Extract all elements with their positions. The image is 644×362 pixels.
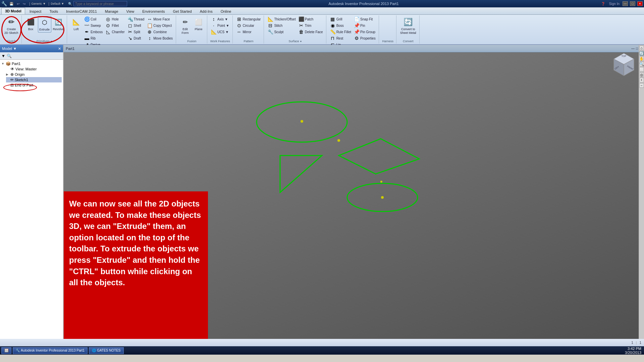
- thread-label: Thread: [134, 17, 145, 21]
- taskbar-inventor-btn[interactable]: 🔧 Autodesk Inventor Professional 2013 Pa…: [13, 347, 88, 354]
- coil-btn[interactable]: 🌀 Coil: [83, 16, 104, 22]
- tab-getstarted[interactable]: Get Started: [169, 8, 195, 14]
- taskbar-start[interactable]: 🪟: [1, 347, 11, 354]
- copy-object-btn[interactable]: 📋 Copy Object: [146, 22, 174, 28]
- title-search-input[interactable]: [73, 1, 127, 6]
- trim-btn[interactable]: ✂ Trim: [298, 22, 324, 28]
- nav-orbit-btn[interactable]: 🔄: [639, 51, 644, 56]
- rest-icon: ⊓: [330, 36, 335, 41]
- tree-item-end-of-part[interactable]: ⊟ End of Part: [6, 82, 62, 88]
- extrude-btn[interactable]: ⬡ Extrude: [38, 16, 51, 33]
- pattern-group-label: Pattern: [244, 39, 253, 43]
- tab-inventorcam[interactable]: InventorCAM 2011: [62, 8, 101, 14]
- hole-btn[interactable]: ◎ Hole: [104, 16, 125, 22]
- ucs-btn[interactable]: 📐 UCS ▼: [210, 29, 230, 35]
- tab-online[interactable]: Online: [217, 8, 235, 14]
- draft-label: Draft: [134, 37, 141, 40]
- draft-btn[interactable]: ↘ Draft: [126, 35, 146, 41]
- nav-zoomin-btn[interactable]: +: [639, 78, 644, 82]
- quick-save[interactable]: 💾: [8, 2, 14, 6]
- pin-group-icon: 📌: [354, 29, 359, 35]
- properties-btn[interactable]: ⚙ Properties: [353, 35, 377, 41]
- tree-item-origin[interactable]: ▶ ⊕ Origin: [6, 72, 62, 77]
- window-maximize[interactable]: □: [630, 1, 635, 6]
- circular-btn[interactable]: ⊙ Circular: [235, 22, 262, 28]
- thread-btn[interactable]: 🔩 Thread: [126, 16, 146, 22]
- window-minimize[interactable]: —: [623, 1, 628, 6]
- ribbon-group-convert: 🔄 Convert toSheet Metal Convert: [397, 15, 420, 44]
- move-bodies-btn[interactable]: ↕ Move Bodies: [146, 35, 174, 41]
- annotation-text: We can now see all the 2D objects we cre…: [69, 198, 203, 288]
- convert-sheet-metal-btn[interactable]: 🔄 Convert toSheet Metal: [399, 16, 417, 36]
- taskbar-gates-btn[interactable]: 🌐 GATES NOTES: [89, 347, 123, 354]
- shell-btn[interactable]: ◻ Shell: [126, 22, 146, 28]
- tab-manage[interactable]: Manage: [101, 8, 122, 14]
- tab-addins[interactable]: Add-Ins: [196, 8, 216, 14]
- tab-view[interactable]: View: [123, 8, 138, 14]
- rest-btn[interactable]: ⊓ Rest: [329, 35, 352, 41]
- nav-zoom-btn[interactable]: 🔍: [639, 62, 644, 66]
- loft-btn[interactable]: 📐 Loft: [70, 16, 83, 32]
- nav-zoomout-btn[interactable]: –: [639, 83, 644, 88]
- nav-home-btn[interactable]: ⌂: [639, 46, 644, 50]
- sign-in-btn[interactable]: Sign In: [608, 2, 621, 6]
- tab-inspect[interactable]: Inspect: [26, 8, 45, 14]
- sidebar-search-icon[interactable]: 🔍: [7, 54, 12, 58]
- delete-face-btn[interactable]: 🗑 Delete Face: [298, 29, 324, 35]
- create-2d-sketch-btn[interactable]: ✏ Create2D Sketch: [3, 16, 19, 36]
- tree-item-view-master[interactable]: 👁 View: Master: [6, 66, 62, 72]
- sidebar-close-btn[interactable]: ✕: [58, 47, 61, 51]
- axis-btn[interactable]: ↕ Axis ▼: [210, 16, 230, 22]
- nav-cube[interactable]: TOP LEFT FRONT: [610, 52, 637, 78]
- default-btn[interactable]: Default ▼: [51, 2, 64, 5]
- sidebar-filter-icon[interactable]: ▼: [1, 54, 5, 58]
- chamfer-btn[interactable]: ◺ Chamfer: [104, 29, 125, 35]
- quick-redo[interactable]: ↪: [22, 2, 26, 6]
- snap-fit-btn[interactable]: 📄 Snap Fit: [353, 16, 377, 22]
- convert-sheet-metal-icon: 🔄: [403, 17, 414, 27]
- stitch-btn[interactable]: ⊟ Stitch: [267, 22, 297, 28]
- mirror-btn[interactable]: ↔ Mirror: [235, 29, 262, 35]
- fillet-btn[interactable]: ⊙ Fillet: [104, 22, 125, 28]
- thicken-btn[interactable]: 📐 Thicken/Offset: [267, 16, 297, 22]
- grill-btn[interactable]: ▦ Grill: [329, 16, 352, 22]
- nav-zoomall-btn[interactable]: ⬜: [639, 67, 644, 72]
- rib-btn[interactable]: ▬ Rib: [83, 35, 104, 41]
- window-close[interactable]: ✕: [637, 1, 643, 6]
- clock-date: 3/20/2013: [625, 351, 641, 355]
- revolve-btn[interactable]: 🔄 Revolve: [52, 16, 65, 32]
- point-btn[interactable]: · Point ▼: [210, 22, 230, 28]
- help-icon[interactable]: ❓: [600, 2, 606, 6]
- pin-btn[interactable]: 📌 Pin: [353, 22, 377, 28]
- inventor-taskbar-icon: 🔧: [16, 349, 20, 352]
- rule-fillet-btn[interactable]: 📏 Rule Fillet: [329, 29, 352, 35]
- pattern-items: ⊞ Rectangular ⊙ Circular ↔ Mirror: [235, 16, 262, 39]
- move-face-btn[interactable]: ↔ Move Face: [146, 16, 174, 22]
- nav-lookat-btn[interactable]: ◎: [639, 72, 644, 77]
- box-icon: ⬛: [25, 17, 36, 27]
- tab-3d-model[interactable]: 3D Model: [1, 8, 25, 14]
- pin-group-btn[interactable]: 📌 Pin Group: [353, 29, 377, 35]
- tree-item-sketch1[interactable]: ✏ Sketch1: [6, 77, 62, 82]
- nav-pan-btn[interactable]: ✋: [639, 56, 644, 61]
- sculpt-btn[interactable]: 🔧 Sculpt: [267, 29, 297, 35]
- sweep-btn[interactable]: 〰 Sweep: [83, 22, 104, 28]
- split-btn[interactable]: ✂ Split: [126, 29, 146, 35]
- boss-btn[interactable]: ◉ Boss: [329, 22, 352, 28]
- box-btn[interactable]: ⬛ Box: [24, 16, 37, 32]
- workfeatures-items: ↕ Axis ▼ · Point ▼ 📐 UCS ▼: [210, 16, 230, 39]
- surface-col1: 📐 Thicken/Offset ⊟ Stitch 🔧 Sculpt: [267, 16, 297, 35]
- plane-btn[interactable]: ⬜ Plane: [192, 16, 205, 32]
- tree-item-part1[interactable]: ▼ 📦 Part1: [1, 61, 62, 66]
- combine-btn[interactable]: ⊕ Combine: [146, 29, 174, 35]
- quick-undo[interactable]: ↩: [16, 2, 20, 6]
- surface-items: 📐 Thicken/Offset ⊟ Stitch 🔧 Sculpt ⬛ Pat…: [267, 16, 324, 39]
- shape-dot-top: [380, 181, 382, 183]
- title-bar: 🔧 💾 ↩ ↪ | Generic ▼ | Default ▼ 🔍 Autode…: [0, 0, 644, 7]
- tab-tools[interactable]: Tools: [46, 8, 62, 14]
- tab-environments[interactable]: Environments: [139, 8, 168, 14]
- rectangular-btn[interactable]: ⊞ Rectangular: [235, 16, 262, 22]
- patch-btn[interactable]: ⬛ Patch: [298, 16, 324, 22]
- emboss-btn[interactable]: ✒ Emboss: [83, 29, 104, 35]
- edit-form-btn[interactable]: ✏ EditForm: [179, 16, 192, 36]
